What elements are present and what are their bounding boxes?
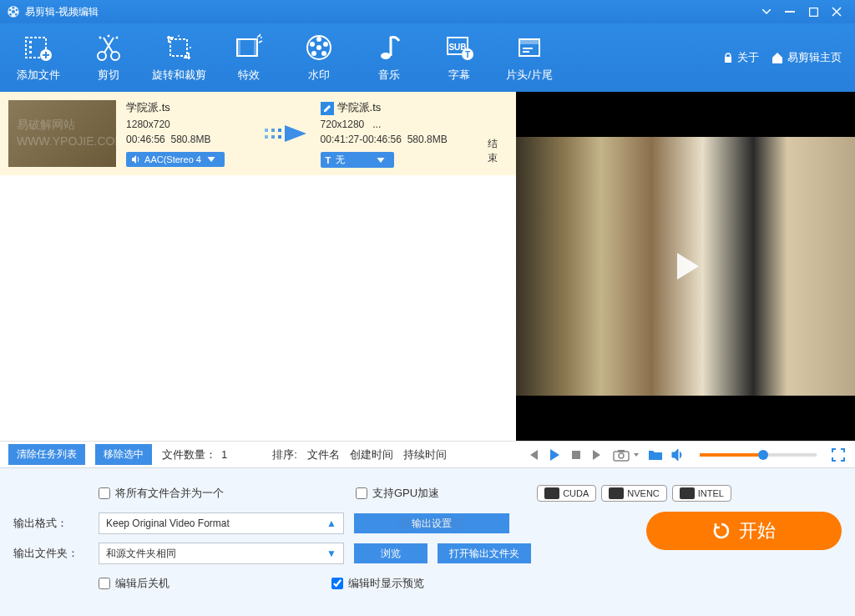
dropdown-button[interactable] [755,3,778,21]
output-format-select[interactable]: Keep Original Video Format ▲ [99,512,344,534]
output-format-label: 输出格式： [13,516,89,531]
merge-all-checkbox[interactable]: 将所有文件合并为一个 [99,486,224,501]
play-button[interactable] [548,448,561,462]
gpu-accel-checkbox[interactable]: 支持GPU加速 [356,486,439,501]
prev-button[interactable] [526,448,539,462]
svg-rect-39 [519,39,539,44]
arrow-icon [261,100,311,167]
chevron-down-icon [376,155,386,165]
svg-point-17 [116,37,119,39]
svg-point-32 [310,42,315,47]
encoder-cuda: CUDA [537,485,596,502]
svg-rect-8 [809,8,817,16]
next-button[interactable] [591,448,605,462]
preview-panel [516,92,855,441]
remove-selected-button[interactable]: 移除选中 [95,444,152,465]
volume-slider[interactable] [700,453,817,457]
svg-rect-19 [170,39,187,56]
effects-button[interactable]: 特效 [214,28,284,88]
show-preview-checkbox[interactable]: 编辑时显示预览 [331,576,424,591]
svg-point-18 [108,35,110,38]
svg-point-21 [190,47,191,48]
output-range-size: 00:41:27-00:46:56 580.8MB [321,134,478,145]
svg-point-29 [323,42,328,47]
svg-rect-49 [572,451,580,459]
encoder-badges: CUDA NVENC INTEL [537,485,731,502]
app-icon [7,5,20,18]
svg-point-27 [316,45,321,50]
fullscreen-button[interactable] [832,448,845,462]
sort-by-name[interactable]: 文件名 [307,447,340,462]
chevron-down-icon [206,154,216,164]
open-folder-button[interactable] [648,448,663,462]
task-status: 结束 [488,137,508,165]
svg-rect-48 [278,135,281,139]
svg-rect-44 [265,135,268,139]
music-button[interactable]: 音乐 [354,28,424,88]
encoder-intel: INTEL [672,485,731,502]
clear-tasks-button[interactable]: 清除任务列表 [8,444,85,465]
open-output-folder-button[interactable]: 打开输出文件夹 [438,543,531,563]
audio-track-selector[interactable]: AAC(Stereo 4 [126,152,225,167]
svg-rect-24 [254,39,257,56]
sort-by-duration[interactable]: 持续时间 [403,447,447,462]
video-thumbnail[interactable] [8,100,116,167]
svg-rect-45 [271,129,275,132]
source-duration-size: 00:46:56 580.8MB [126,134,250,145]
refresh-icon [712,522,731,540]
svg-point-6 [9,9,12,12]
svg-point-15 [111,52,119,60]
about-link[interactable]: 关于 [722,50,759,65]
watermark-button[interactable]: 水印 [284,28,354,88]
volume-icon[interactable] [671,448,685,462]
sort-by-created[interactable]: 创建时间 [350,447,393,462]
task-row[interactable]: 学院派.ts 1280x720 00:46:56 580.8MB AAC(Ste… [0,92,516,175]
start-button[interactable]: 开始 [646,512,842,550]
play-button[interactable] [665,246,706,286]
svg-point-16 [99,37,102,39]
toolbar-label: 字幕 [448,68,470,83]
output-folder-label: 输出文件夹： [13,546,89,561]
cut-button[interactable]: 剪切 [73,28,144,88]
svg-rect-46 [271,135,275,139]
svg-rect-11 [29,46,32,48]
maximize-button[interactable] [802,3,825,21]
close-button[interactable] [825,3,848,21]
encoder-nvenc: NVENC [601,485,667,502]
intro-outro-button[interactable]: 片头/片尾 [494,28,564,88]
svg-rect-23 [237,39,240,56]
output-settings-button[interactable]: 输出设置 [354,513,509,533]
edit-icon[interactable] [321,102,334,115]
toolbar-label: 片头/片尾 [506,68,553,83]
app-title: 易剪辑-视频编辑 [25,5,99,19]
snapshot-button[interactable] [613,448,630,462]
main-toolbar: 添加文件 剪切 旋转和裁剪 特效 水印 音乐 SUBT 字幕 片头/片尾 关于 … [0,23,855,92]
shutdown-after-checkbox[interactable]: 编辑后关机 [99,576,169,591]
player-controls [516,441,855,467]
svg-point-3 [16,9,18,12]
subtitle-button[interactable]: SUBT 字幕 [424,28,494,88]
svg-rect-42 [725,57,731,63]
source-filename: 学院派.ts [126,100,250,115]
svg-point-30 [321,51,326,56]
svg-rect-40 [523,48,533,49]
svg-rect-10 [29,41,32,43]
settings-panel: 将所有文件合并为一个 支持GPU加速 CUDA NVENC INTEL 输出格式… [0,467,855,616]
titlebar: 易剪辑-视频编辑 [0,0,855,23]
svg-rect-41 [523,51,529,53]
chevron-down-icon[interactable] [633,448,640,462]
home-link[interactable]: 易剪辑主页 [771,50,842,65]
add-file-button[interactable]: 添加文件 [3,28,73,88]
browse-button[interactable]: 浏览 [354,543,428,563]
subtitle-selector[interactable]: T 无 [321,152,394,168]
minimize-button[interactable] [778,3,802,21]
toolbar-label: 特效 [238,68,260,83]
output-filename: 学院派.ts [321,100,478,115]
svg-rect-7 [785,11,795,13]
rotate-crop-button[interactable]: 旋转和裁剪 [144,28,214,88]
svg-point-4 [15,13,18,16]
svg-text:T: T [465,50,470,59]
output-folder-select[interactable]: 和源文件夹相同 ▼ [99,543,344,564]
stop-button[interactable] [569,448,583,462]
lock-icon [722,52,734,63]
